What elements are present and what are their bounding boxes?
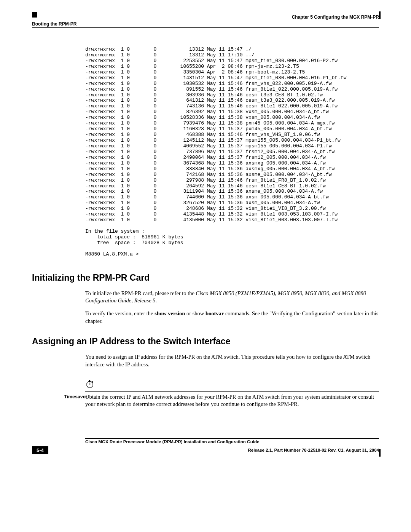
footer-doc-title: Cisco MGX Route Processor Module (RPM-PR… xyxy=(85,439,379,444)
init-paragraph-2: To verify the version, enter the show ve… xyxy=(85,310,379,325)
crop-mark-bottom xyxy=(379,449,381,457)
header-chapter: Chapter 5 Configuring the MGX RPM-PR xyxy=(32,14,379,20)
ip-paragraph-1: You need to assign an IP address for the… xyxy=(85,353,379,368)
corner-marker xyxy=(32,12,37,18)
text: To initialize the RPM-PR card, please re… xyxy=(85,290,196,296)
cmd-show-version: show version xyxy=(155,310,185,316)
text: To verify the version, enter the xyxy=(85,310,155,316)
header-rule xyxy=(32,27,379,28)
text: commands. See the xyxy=(224,310,269,316)
note-text: Obtain the correct IP and ATM network ad… xyxy=(85,393,379,408)
note-top-rule xyxy=(85,391,379,392)
timesaver-icon: ⏱ xyxy=(85,379,95,390)
header-section: Booting the RPM-PR xyxy=(32,21,379,27)
text: or show xyxy=(185,310,206,316)
file-listing: drwxrwxrwx 1 0 0 13312 May 11 15:47 ./ d… xyxy=(85,47,379,257)
link-verifying-config[interactable]: "Verifying the Configuration" xyxy=(269,310,335,316)
cmd-bootvar: bootvar xyxy=(206,310,224,316)
crop-mark-top xyxy=(379,11,381,19)
text: . xyxy=(155,297,157,304)
init-paragraph-1: To initialize the RPM-PR card, please re… xyxy=(85,290,379,305)
note-bottom-rule xyxy=(85,410,379,410)
footer-rule xyxy=(85,438,379,439)
footer-release: Release 2.1, Part Number 78-12510-02 Rev… xyxy=(48,448,379,452)
timesaver-note: ⏱ Timesaver Obtain the correct IP and AT… xyxy=(32,380,379,412)
heading-ip: Assigning an IP Address to the Switch In… xyxy=(32,336,379,347)
page-number: 5-4 xyxy=(32,446,48,454)
heading-init: Initializing the RPM-PR Card xyxy=(32,273,379,283)
note-label: Timesaver xyxy=(32,393,85,399)
